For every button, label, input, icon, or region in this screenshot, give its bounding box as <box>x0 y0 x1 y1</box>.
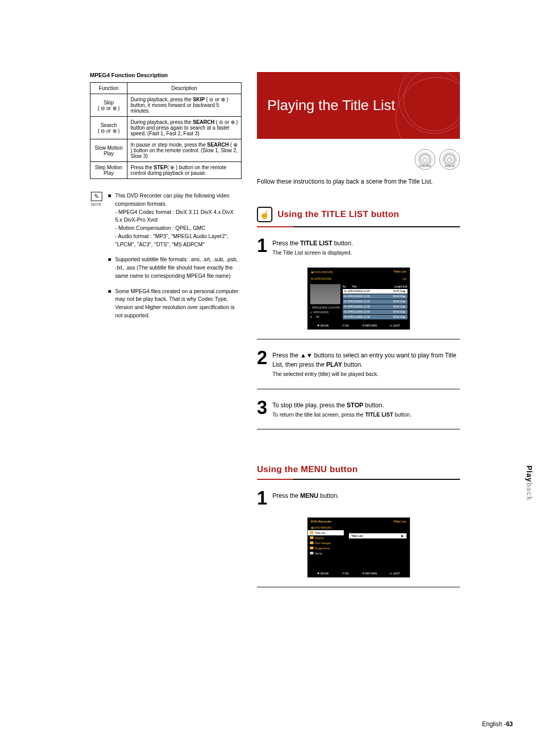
dvd-r-icon: DVD-R <box>439 149 460 170</box>
hand-icon: ☝ <box>257 207 272 222</box>
step-1-menu: 1 Press the MENU button. <box>257 490 460 507</box>
step-3: 3 To stop title play, press the STOP but… <box>257 400 460 419</box>
osd-title-list: ◉ DVD-RW(VR) Title List 02 APR/19/2006 1… <box>307 267 410 330</box>
page-footer: English -63 <box>0 721 513 728</box>
table-title: MPEG4 Function Description <box>90 72 242 78</box>
osd-menu: DVD-Recorder Title List ◉ DVD-RW(VR) Tit… <box>307 517 410 578</box>
dvd-rw-icon: DVD-RW <box>415 149 435 170</box>
note-box: ✎ NOTE ■ This DVD Recorder can play the … <box>90 192 242 327</box>
col-description: Description <box>127 83 242 94</box>
table-row: Slow Motion Play In pause or step mode, … <box>90 139 242 162</box>
section-title: Using the TITLE LIST button <box>278 209 399 220</box>
table-row: Search ( ⊖ or ⊕ ) During playback, press… <box>90 117 242 139</box>
side-tab-label: Playback <box>525 465 533 501</box>
thumbnail <box>310 284 341 304</box>
section-title: Using the MENU button <box>257 464 460 475</box>
step-2: 2 Press the ▲▼ buttons to select an entr… <box>257 350 460 379</box>
step-1: 1 Press the TITLE LIST button. The Title… <box>257 238 460 257</box>
note-icon: ✎ <box>91 192 102 201</box>
intro-text: Follow these instructions to play back a… <box>257 177 460 186</box>
disc-icons: DVD-RW DVD-R <box>257 149 460 170</box>
hero-banner: Playing the Title List <box>257 72 460 139</box>
table-row: Skip ( ⊖ or ⊕ ) During playback, press t… <box>90 94 242 117</box>
table-row: Step Motion Play Press the STEP( ⊕ ) but… <box>90 162 242 179</box>
col-function: Function <box>90 83 127 94</box>
mpeg4-function-table: Function Description Skip ( ⊖ or ⊕ ) Dur… <box>90 82 242 179</box>
